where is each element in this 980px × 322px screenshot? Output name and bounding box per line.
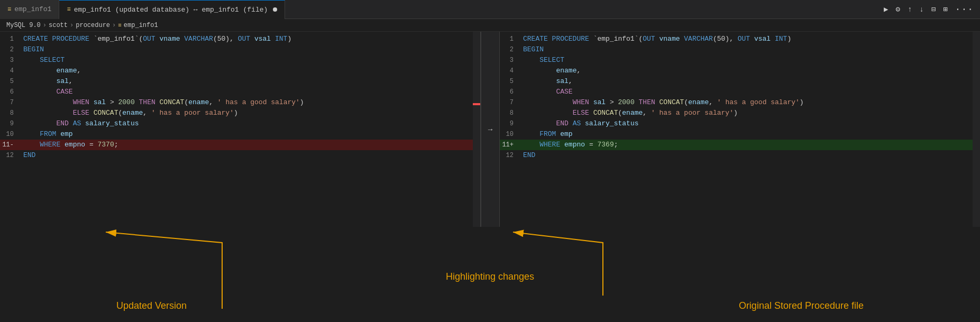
tab-emp-info1[interactable]: ≡ emp_info1 <box>0 0 59 19</box>
left-line-9: 9 END AS salary_status <box>0 118 480 129</box>
right-line-7: 7 WHEN sal > 2000 THEN CONCAT(ename, ' h… <box>500 97 980 108</box>
diff-panels: 1 CREATE PROCEDURE `emp_info1`(OUT vname… <box>0 32 980 227</box>
split-button[interactable]: ⊟ <box>931 5 936 14</box>
tab-icon-1: ≡ <box>7 6 11 13</box>
more-button[interactable]: ··· <box>955 4 974 15</box>
left-code-lines: 1 CREATE PROCEDURE `emp_info1`(OUT vname… <box>0 32 480 163</box>
left-line-8: 8 ELSE CONCAT(ename, ' has a poor salary… <box>0 108 480 118</box>
diff-arrow: → <box>481 32 500 227</box>
run-button[interactable]: ▶ <box>884 5 888 14</box>
breadcrumb-type: procedure <box>76 22 110 29</box>
right-line-9: 9 END AS salary_status <box>500 118 980 129</box>
navigate-up-button[interactable]: ↑ <box>908 5 912 14</box>
settings-button[interactable]: ⚙ <box>895 5 900 14</box>
left-line-10: 10 FROM emp <box>0 129 480 140</box>
app-window: ≡ emp_info1 ≡ emp_info1 (updated databas… <box>0 0 980 322</box>
diff-arrow-icon: → <box>488 125 492 134</box>
left-scrollbar[interactable] <box>473 32 480 227</box>
right-code-lines: 1 CREATE PROCEDURE `emp_info1`(OUT vname… <box>500 32 980 163</box>
right-line-5: 5 sal, <box>500 76 980 87</box>
toolbar-icons: ▶ ⚙ ↑ ↓ ⊟ ⊞ ··· <box>884 4 980 15</box>
breadcrumb-object: emp_info1 <box>124 22 158 29</box>
left-code-panel: 1 CREATE PROCEDURE `emp_info1`(OUT vname… <box>0 32 481 227</box>
breadcrumb: MySQL 9.0 › scott › procedure › ≡ emp_in… <box>0 19 980 32</box>
right-line-8: 8 ELSE CONCAT(ename, ' has a poor salary… <box>500 108 980 118</box>
navigate-down-button[interactable]: ↓ <box>919 5 923 14</box>
tab-modified-indicator <box>273 7 277 12</box>
left-line-6: 6 CASE <box>0 87 480 97</box>
right-line-1: 1 CREATE PROCEDURE `emp_info1`(OUT vname… <box>500 34 980 44</box>
breadcrumb-icon: ≡ <box>118 22 122 29</box>
right-scrollbar[interactable] <box>973 32 980 227</box>
left-line-7: 7 WHEN sal > 2000 THEN CONCAT(ename, ' h… <box>0 97 480 108</box>
right-code-panel: 1 CREATE PROCEDURE `emp_info1`(OUT vname… <box>500 32 980 227</box>
breadcrumb-schema: scott <box>49 22 68 29</box>
tab-diff[interactable]: ≡ emp_info1 (updated database) ↔ emp_inf… <box>59 0 285 19</box>
left-line-3: 3 SELECT <box>0 55 480 66</box>
tab-icon-2: ≡ <box>67 6 70 13</box>
right-line-10: 10 FROM emp <box>500 129 980 140</box>
left-line-4: 4 ename, <box>0 66 480 76</box>
left-line-1: 1 CREATE PROCEDURE `emp_info1`(OUT vname… <box>0 34 480 44</box>
right-line-4: 4 ename, <box>500 66 980 76</box>
right-line-6: 6 CASE <box>500 87 980 97</box>
highlighting-changes-label: Highlighting changes <box>446 271 534 282</box>
right-line-12: 12 END <box>500 150 980 161</box>
updated-version-label: Updated Version <box>116 300 187 311</box>
tab-label-2: emp_info1 (updated database) ↔ emp_info1… <box>74 6 268 14</box>
right-line-11: 11+ WHERE empno = 7369; <box>500 140 980 150</box>
left-scrollbar-deleted-marker <box>473 103 480 105</box>
breadcrumb-db: MySQL 9.0 <box>6 22 41 29</box>
tab-bar: ≡ emp_info1 ≡ emp_info1 (updated databas… <box>0 0 980 19</box>
left-line-2: 2 BEGIN <box>0 44 480 55</box>
right-line-3: 3 SELECT <box>500 55 980 66</box>
left-line-12: 12 END <box>0 150 480 161</box>
left-line-5: 5 sal, <box>0 76 480 87</box>
tab-label-1: emp_info1 <box>14 5 51 13</box>
right-line-2: 2 BEGIN <box>500 44 980 55</box>
left-line-11: 11- WHERE empno = 7370; <box>0 140 480 150</box>
original-procedure-label: Original Stored Procedure file <box>739 300 864 311</box>
expand-button[interactable]: ⊞ <box>943 5 947 14</box>
annotation-area: Highlighting changes Updated Version Ori… <box>0 227 980 322</box>
